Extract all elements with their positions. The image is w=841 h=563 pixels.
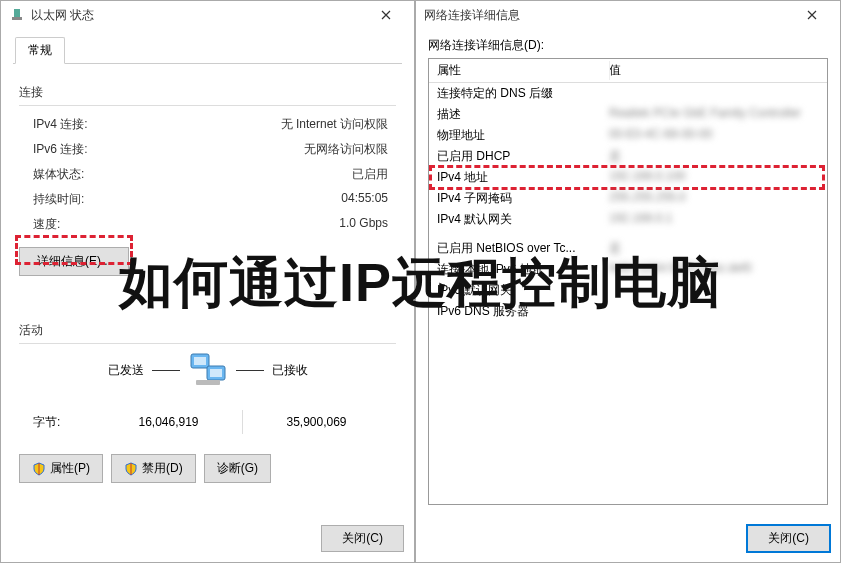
table-row[interactable]: 描述Realtek PCIe GbE Family Controller bbox=[429, 104, 827, 125]
property-cell: 连接-本地 IPv6 地址 bbox=[429, 261, 609, 278]
table-row[interactable]: IPv4 默认网关192.168.0.1 bbox=[429, 209, 827, 230]
ipv6-conn-label: IPv6 连接: bbox=[33, 141, 304, 158]
media-label: 媒体状态: bbox=[33, 166, 352, 183]
ethernet-status-window: 以太网 状态 常规 连接 IPv4 连接: 无 Internet 访问权限 IP… bbox=[0, 0, 415, 563]
property-cell: 描述 bbox=[429, 106, 609, 123]
value-cell: Realtek PCIe GbE Family Controller bbox=[609, 106, 827, 123]
titlebar[interactable]: 以太网 状态 bbox=[1, 1, 414, 29]
close-button[interactable]: 关闭(C) bbox=[747, 525, 830, 552]
tabs: 常规 bbox=[13, 37, 402, 64]
window-title: 以太网 状态 bbox=[31, 7, 366, 24]
dash-left bbox=[152, 370, 180, 371]
table-row[interactable]: IPv4 子网掩码255.255.255.0 bbox=[429, 188, 827, 209]
table-row[interactable]: 已启用 NetBIOS over Tc...是 bbox=[429, 238, 827, 259]
detail-rows-container: 连接特定的 DNS 后缀描述Realtek PCIe GbE Family Co… bbox=[429, 83, 827, 322]
property-cell: 已启用 DHCP bbox=[429, 148, 609, 165]
details-header: 属性 值 bbox=[429, 59, 827, 83]
property-cell: IPv4 地址 bbox=[429, 169, 609, 186]
disable-button[interactable]: 禁用(D) bbox=[111, 454, 196, 483]
svg-rect-1 bbox=[12, 17, 22, 20]
titlebar[interactable]: 网络连接详细信息 bbox=[416, 1, 840, 29]
col-property[interactable]: 属性 bbox=[429, 62, 609, 79]
property-cell: IPv4 子网掩码 bbox=[429, 190, 609, 207]
sent-label: 已发送 bbox=[108, 362, 144, 379]
properties-label: 属性(P) bbox=[50, 460, 90, 477]
ipv4-conn-value: 无 Internet 访问权限 bbox=[281, 116, 396, 133]
close-icon[interactable] bbox=[792, 1, 832, 29]
activity-graphic: 已发送 已接收 bbox=[19, 352, 396, 388]
diagnose-button[interactable]: 诊断(G) bbox=[204, 454, 271, 483]
table-row[interactable]: 连接特定的 DNS 后缀 bbox=[429, 83, 827, 104]
ipv6-conn-value: 无网络访问权限 bbox=[304, 141, 396, 158]
bytes-sep bbox=[242, 410, 243, 434]
shield-icon bbox=[124, 462, 138, 476]
diagnose-label: 诊断(G) bbox=[217, 460, 258, 477]
property-cell: IPv6 默认网关 bbox=[429, 282, 609, 299]
value-cell: fe80::1234:5678:9abc:def0 bbox=[609, 261, 827, 278]
property-cell: 已启用 NetBIOS over Tc... bbox=[429, 240, 609, 257]
value-cell: 192.168.0.1 bbox=[609, 211, 827, 228]
table-row[interactable]: IPv6 DNS 服务器 bbox=[429, 301, 827, 322]
value-cell bbox=[609, 85, 827, 102]
value-cell: 192.168.0.100 bbox=[609, 169, 827, 186]
speed-value: 1.0 Gbps bbox=[339, 216, 396, 233]
duration-label: 持续时间: bbox=[33, 191, 341, 208]
details-list[interactable]: 属性 值 连接特定的 DNS 后缀描述Realtek PCIe GbE Fami… bbox=[428, 58, 828, 505]
details-button[interactable]: 详细信息(E)... bbox=[19, 247, 129, 276]
bytes-row: 字节: 16,046,919 35,900,069 bbox=[19, 404, 396, 440]
table-row[interactable]: 连接-本地 IPv6 地址fe80::1234:5678:9abc:def0 bbox=[429, 259, 827, 280]
footer: 关闭(C) bbox=[416, 513, 840, 562]
value-cell bbox=[609, 282, 827, 299]
activity-header-text: 活动 bbox=[19, 323, 43, 337]
svg-rect-3 bbox=[194, 357, 206, 365]
dash-right bbox=[236, 370, 264, 371]
disable-label: 禁用(D) bbox=[142, 460, 183, 477]
action-buttons: 属性(P) 禁用(D) 诊断(G) bbox=[19, 440, 396, 483]
table-row[interactable]: 已启用 DHCP是 bbox=[429, 146, 827, 167]
bytes-recv: 35,900,069 bbox=[251, 415, 382, 429]
table-row[interactable]: IPv6 默认网关 bbox=[429, 280, 827, 301]
value-cell: 是 bbox=[609, 240, 827, 257]
bytes-label: 字节: bbox=[33, 414, 103, 431]
property-cell: 连接特定的 DNS 后缀 bbox=[429, 85, 609, 102]
property-cell: IPv4 默认网关 bbox=[429, 211, 609, 228]
media-value: 已启用 bbox=[352, 166, 396, 183]
svg-rect-5 bbox=[210, 369, 222, 377]
properties-button[interactable]: 属性(P) bbox=[19, 454, 103, 483]
connection-header: 连接 bbox=[19, 84, 396, 106]
network-details-window: 网络连接详细信息 网络连接详细信息(D): 属性 值 连接特定的 DNS 后缀描… bbox=[415, 0, 841, 563]
close-icon[interactable] bbox=[366, 1, 406, 29]
body: 网络连接详细信息(D): 属性 值 连接特定的 DNS 后缀描述Realtek … bbox=[416, 29, 840, 513]
svg-rect-6 bbox=[196, 380, 220, 385]
duration-value: 04:55:05 bbox=[341, 191, 396, 208]
value-cell bbox=[609, 303, 827, 320]
ipv4-conn-label: IPv4 连接: bbox=[33, 116, 281, 133]
connection-header-text: 连接 bbox=[19, 85, 43, 99]
ipv4-conn-row: IPv4 连接: 无 Internet 访问权限 bbox=[19, 112, 396, 137]
bytes-sent: 16,046,919 bbox=[103, 415, 234, 429]
speed-label: 速度: bbox=[33, 216, 339, 233]
value-cell: 255.255.255.0 bbox=[609, 190, 827, 207]
value-cell: 00-E0-4C-68-00-00 bbox=[609, 127, 827, 144]
footer: 关闭(C) bbox=[1, 513, 414, 562]
property-cell: 物理地址 bbox=[429, 127, 609, 144]
network-icon bbox=[9, 7, 25, 23]
col-value[interactable]: 值 bbox=[609, 62, 827, 79]
table-row[interactable]: IPv4 地址192.168.0.100 bbox=[429, 167, 827, 188]
value-cell: 是 bbox=[609, 148, 827, 165]
duration-row: 持续时间: 04:55:05 bbox=[19, 187, 396, 212]
computers-icon bbox=[188, 352, 228, 388]
media-row: 媒体状态: 已启用 bbox=[19, 162, 396, 187]
close-button[interactable]: 关闭(C) bbox=[321, 525, 404, 552]
body: 常规 连接 IPv4 连接: 无 Internet 访问权限 IPv6 连接: … bbox=[1, 29, 414, 513]
shield-icon bbox=[32, 462, 46, 476]
details-list-label: 网络连接详细信息(D): bbox=[428, 37, 828, 54]
activity-header: 活动 bbox=[19, 322, 396, 344]
table-row[interactable]: 物理地址00-E0-4C-68-00-00 bbox=[429, 125, 827, 146]
property-cell: IPv6 DNS 服务器 bbox=[429, 303, 609, 320]
ipv6-conn-row: IPv6 连接: 无网络访问权限 bbox=[19, 137, 396, 162]
tab-general[interactable]: 常规 bbox=[15, 37, 65, 64]
svg-rect-0 bbox=[14, 9, 20, 17]
recv-label: 已接收 bbox=[272, 362, 308, 379]
window-title: 网络连接详细信息 bbox=[424, 7, 792, 24]
